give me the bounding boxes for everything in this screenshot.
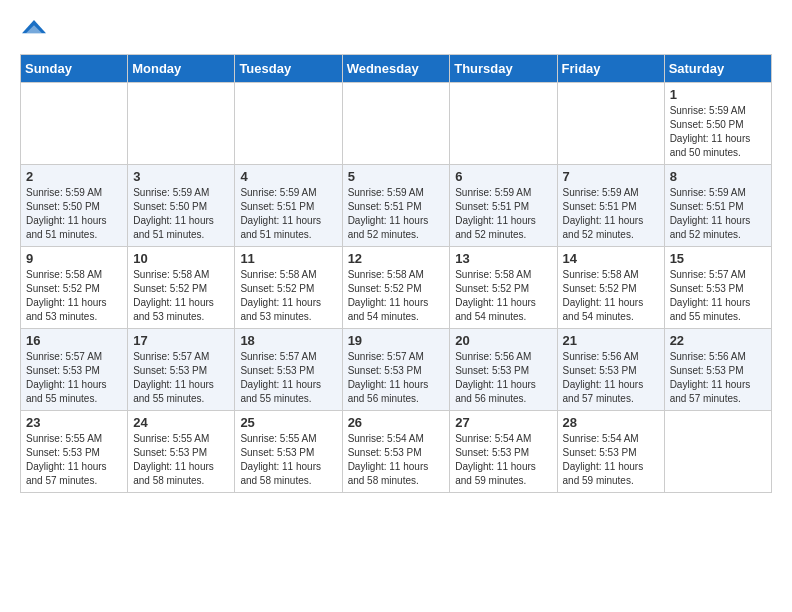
day-info: Sunrise: 5:57 AM Sunset: 5:53 PM Dayligh…	[133, 350, 229, 406]
calendar-cell: 13Sunrise: 5:58 AM Sunset: 5:52 PM Dayli…	[450, 247, 557, 329]
week-row-1: 1Sunrise: 5:59 AM Sunset: 5:50 PM Daylig…	[21, 83, 772, 165]
calendar-cell: 3Sunrise: 5:59 AM Sunset: 5:50 PM Daylig…	[128, 165, 235, 247]
day-number: 28	[563, 415, 659, 430]
day-header-tuesday: Tuesday	[235, 55, 342, 83]
day-number: 26	[348, 415, 445, 430]
day-number: 9	[26, 251, 122, 266]
day-info: Sunrise: 5:58 AM Sunset: 5:52 PM Dayligh…	[240, 268, 336, 324]
day-number: 5	[348, 169, 445, 184]
day-number: 2	[26, 169, 122, 184]
week-row-2: 2Sunrise: 5:59 AM Sunset: 5:50 PM Daylig…	[21, 165, 772, 247]
day-number: 8	[670, 169, 766, 184]
calendar-cell: 6Sunrise: 5:59 AM Sunset: 5:51 PM Daylig…	[450, 165, 557, 247]
calendar-cell	[128, 83, 235, 165]
day-info: Sunrise: 5:59 AM Sunset: 5:50 PM Dayligh…	[133, 186, 229, 242]
calendar-cell: 16Sunrise: 5:57 AM Sunset: 5:53 PM Dayli…	[21, 329, 128, 411]
day-number: 16	[26, 333, 122, 348]
day-header-saturday: Saturday	[664, 55, 771, 83]
day-info: Sunrise: 5:57 AM Sunset: 5:53 PM Dayligh…	[348, 350, 445, 406]
calendar-cell: 1Sunrise: 5:59 AM Sunset: 5:50 PM Daylig…	[664, 83, 771, 165]
calendar-cell	[664, 411, 771, 493]
day-info: Sunrise: 5:58 AM Sunset: 5:52 PM Dayligh…	[348, 268, 445, 324]
week-row-3: 9Sunrise: 5:58 AM Sunset: 5:52 PM Daylig…	[21, 247, 772, 329]
calendar-cell	[557, 83, 664, 165]
calendar-cell	[21, 83, 128, 165]
day-number: 1	[670, 87, 766, 102]
day-number: 12	[348, 251, 445, 266]
day-number: 13	[455, 251, 551, 266]
day-header-sunday: Sunday	[21, 55, 128, 83]
day-number: 14	[563, 251, 659, 266]
calendar-cell: 28Sunrise: 5:54 AM Sunset: 5:53 PM Dayli…	[557, 411, 664, 493]
day-number: 6	[455, 169, 551, 184]
day-info: Sunrise: 5:59 AM Sunset: 5:51 PM Dayligh…	[348, 186, 445, 242]
calendar-cell: 21Sunrise: 5:56 AM Sunset: 5:53 PM Dayli…	[557, 329, 664, 411]
day-info: Sunrise: 5:58 AM Sunset: 5:52 PM Dayligh…	[133, 268, 229, 324]
calendar-cell: 11Sunrise: 5:58 AM Sunset: 5:52 PM Dayli…	[235, 247, 342, 329]
logo	[20, 20, 50, 44]
day-header-row: SundayMondayTuesdayWednesdayThursdayFrid…	[21, 55, 772, 83]
day-number: 11	[240, 251, 336, 266]
day-info: Sunrise: 5:54 AM Sunset: 5:53 PM Dayligh…	[348, 432, 445, 488]
week-row-4: 16Sunrise: 5:57 AM Sunset: 5:53 PM Dayli…	[21, 329, 772, 411]
day-info: Sunrise: 5:55 AM Sunset: 5:53 PM Dayligh…	[240, 432, 336, 488]
calendar-cell: 18Sunrise: 5:57 AM Sunset: 5:53 PM Dayli…	[235, 329, 342, 411]
day-number: 21	[563, 333, 659, 348]
day-info: Sunrise: 5:56 AM Sunset: 5:53 PM Dayligh…	[455, 350, 551, 406]
calendar-cell: 24Sunrise: 5:55 AM Sunset: 5:53 PM Dayli…	[128, 411, 235, 493]
day-header-monday: Monday	[128, 55, 235, 83]
day-info: Sunrise: 5:54 AM Sunset: 5:53 PM Dayligh…	[455, 432, 551, 488]
day-header-wednesday: Wednesday	[342, 55, 450, 83]
calendar-cell: 20Sunrise: 5:56 AM Sunset: 5:53 PM Dayli…	[450, 329, 557, 411]
day-number: 22	[670, 333, 766, 348]
calendar-cell	[235, 83, 342, 165]
day-info: Sunrise: 5:59 AM Sunset: 5:51 PM Dayligh…	[670, 186, 766, 242]
calendar-cell: 23Sunrise: 5:55 AM Sunset: 5:53 PM Dayli…	[21, 411, 128, 493]
calendar-cell: 10Sunrise: 5:58 AM Sunset: 5:52 PM Dayli…	[128, 247, 235, 329]
calendar-cell	[450, 83, 557, 165]
day-info: Sunrise: 5:58 AM Sunset: 5:52 PM Dayligh…	[26, 268, 122, 324]
day-info: Sunrise: 5:57 AM Sunset: 5:53 PM Dayligh…	[670, 268, 766, 324]
calendar-cell: 14Sunrise: 5:58 AM Sunset: 5:52 PM Dayli…	[557, 247, 664, 329]
calendar-cell: 7Sunrise: 5:59 AM Sunset: 5:51 PM Daylig…	[557, 165, 664, 247]
calendar-cell: 2Sunrise: 5:59 AM Sunset: 5:50 PM Daylig…	[21, 165, 128, 247]
day-number: 27	[455, 415, 551, 430]
day-number: 24	[133, 415, 229, 430]
calendar-cell: 15Sunrise: 5:57 AM Sunset: 5:53 PM Dayli…	[664, 247, 771, 329]
calendar-cell: 8Sunrise: 5:59 AM Sunset: 5:51 PM Daylig…	[664, 165, 771, 247]
day-number: 7	[563, 169, 659, 184]
calendar-cell: 17Sunrise: 5:57 AM Sunset: 5:53 PM Dayli…	[128, 329, 235, 411]
day-info: Sunrise: 5:59 AM Sunset: 5:50 PM Dayligh…	[26, 186, 122, 242]
day-number: 18	[240, 333, 336, 348]
day-header-friday: Friday	[557, 55, 664, 83]
day-number: 4	[240, 169, 336, 184]
day-number: 20	[455, 333, 551, 348]
day-info: Sunrise: 5:55 AM Sunset: 5:53 PM Dayligh…	[26, 432, 122, 488]
header	[20, 20, 772, 44]
day-number: 17	[133, 333, 229, 348]
calendar-cell: 9Sunrise: 5:58 AM Sunset: 5:52 PM Daylig…	[21, 247, 128, 329]
day-info: Sunrise: 5:57 AM Sunset: 5:53 PM Dayligh…	[240, 350, 336, 406]
day-number: 25	[240, 415, 336, 430]
day-info: Sunrise: 5:58 AM Sunset: 5:52 PM Dayligh…	[455, 268, 551, 324]
day-number: 19	[348, 333, 445, 348]
day-info: Sunrise: 5:59 AM Sunset: 5:51 PM Dayligh…	[455, 186, 551, 242]
calendar-cell: 19Sunrise: 5:57 AM Sunset: 5:53 PM Dayli…	[342, 329, 450, 411]
calendar-cell: 12Sunrise: 5:58 AM Sunset: 5:52 PM Dayli…	[342, 247, 450, 329]
day-info: Sunrise: 5:59 AM Sunset: 5:50 PM Dayligh…	[670, 104, 766, 160]
day-number: 15	[670, 251, 766, 266]
calendar-cell: 26Sunrise: 5:54 AM Sunset: 5:53 PM Dayli…	[342, 411, 450, 493]
day-info: Sunrise: 5:59 AM Sunset: 5:51 PM Dayligh…	[563, 186, 659, 242]
day-info: Sunrise: 5:59 AM Sunset: 5:51 PM Dayligh…	[240, 186, 336, 242]
day-info: Sunrise: 5:54 AM Sunset: 5:53 PM Dayligh…	[563, 432, 659, 488]
day-info: Sunrise: 5:55 AM Sunset: 5:53 PM Dayligh…	[133, 432, 229, 488]
calendar-cell	[342, 83, 450, 165]
week-row-5: 23Sunrise: 5:55 AM Sunset: 5:53 PM Dayli…	[21, 411, 772, 493]
calendar-cell: 27Sunrise: 5:54 AM Sunset: 5:53 PM Dayli…	[450, 411, 557, 493]
calendar-cell: 4Sunrise: 5:59 AM Sunset: 5:51 PM Daylig…	[235, 165, 342, 247]
day-number: 3	[133, 169, 229, 184]
day-info: Sunrise: 5:57 AM Sunset: 5:53 PM Dayligh…	[26, 350, 122, 406]
calendar-cell: 5Sunrise: 5:59 AM Sunset: 5:51 PM Daylig…	[342, 165, 450, 247]
day-info: Sunrise: 5:58 AM Sunset: 5:52 PM Dayligh…	[563, 268, 659, 324]
day-number: 23	[26, 415, 122, 430]
